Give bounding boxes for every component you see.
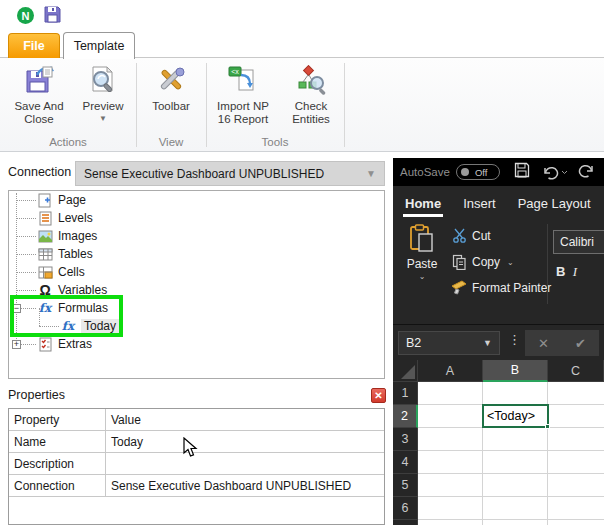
save-and-close-label: Save And Close (14, 100, 63, 126)
page-icon (37, 193, 53, 208)
ribbon: Save And Close Preview ▼ Toolbar <x Impo… (0, 57, 604, 152)
column-header-c[interactable]: C (548, 360, 604, 382)
formula-bar: B2 ▼ ⋮ ✕ ✔ (393, 324, 604, 360)
row-header-3[interactable]: 3 (393, 428, 418, 451)
copy-button[interactable]: Copy ⌄ (451, 254, 514, 270)
import-np16-button[interactable]: <x Import NP 16 Report (210, 62, 276, 126)
import-np16-icon: <x (227, 62, 259, 98)
table-row-connection[interactable]: Connection Sense Executive Dashboard UNP… (9, 475, 384, 497)
tree-item-levels[interactable]: Levels (37, 209, 93, 227)
column-header-b[interactable]: B (483, 360, 548, 382)
tree-item-label: Tables (58, 247, 93, 261)
format-painter-icon (451, 280, 467, 295)
tree-item-tables[interactable]: Tables (37, 245, 93, 263)
format-painter-label: Format Painter (472, 281, 551, 295)
row-header-5[interactable]: 5 (393, 474, 418, 497)
svg-text:<x: <x (231, 68, 239, 75)
enter-icon[interactable]: ✔ (575, 336, 586, 351)
undo-icon[interactable] (542, 165, 568, 180)
tree-item-label: Extras (58, 337, 92, 351)
copy-dropdown-icon[interactable]: ⌄ (507, 258, 514, 267)
row-header-6[interactable]: 6 (393, 497, 418, 520)
save-and-close-button[interactable]: Save And Close (8, 62, 70, 126)
worksheet: A B C 1 2 3 4 5 6 7 <Today> (393, 360, 604, 525)
excel-window: AutoSave Off Home Insert Page Layout (393, 158, 604, 525)
tree-item-variables[interactable]: Ω Variables (37, 281, 107, 299)
tree-item-formulas[interactable]: fx Formulas (37, 299, 108, 317)
connection-label: Connection (8, 165, 71, 179)
cancel-icon[interactable]: ✕ (538, 336, 549, 351)
check-entities-icon (296, 62, 326, 98)
formula-buttons: ✕ ✔ (525, 330, 599, 356)
mouse-cursor-icon (183, 437, 198, 462)
tree-item-images[interactable]: Images (37, 227, 97, 245)
connection-dropdown[interactable]: Sense Executive Dashboard UNPUBLISHED ▼ (75, 161, 385, 186)
tab-file[interactable]: File (8, 33, 60, 58)
toolbar-button[interactable]: Toolbar (142, 62, 200, 113)
tree-item-label-selected: Today (81, 319, 119, 333)
cut-button[interactable]: Cut (451, 228, 491, 243)
copy-label: Copy (472, 255, 500, 269)
preview-button[interactable]: Preview ▼ (74, 62, 132, 123)
check-entities-button[interactable]: Check Entities (280, 62, 342, 126)
select-all-corner[interactable] (393, 360, 418, 382)
tree-item-page[interactable]: Page (37, 191, 86, 209)
properties-header-row: Property Value (9, 409, 384, 431)
cells-icon (37, 265, 53, 280)
copy-icon (451, 254, 467, 270)
toolbar-label: Toolbar (152, 100, 190, 113)
namebox-dropdown-icon[interactable]: ▼ (483, 338, 492, 348)
ribbon-separator (206, 63, 207, 147)
paste-button[interactable]: Paste ⌄ (401, 224, 443, 281)
column-header-a[interactable]: A (418, 360, 483, 382)
autosave-toggle[interactable]: Off (456, 164, 500, 180)
bold-button[interactable]: B (556, 264, 565, 279)
tree-item-today[interactable]: fx Today (60, 317, 119, 335)
tab-home[interactable]: Home (405, 186, 441, 220)
column-header-property: Property (9, 409, 106, 430)
row-header-2[interactable]: 2 (393, 405, 418, 428)
ribbon-separator (344, 63, 345, 147)
font-style-buttons: B I (556, 264, 577, 280)
nprinting-logo-icon: N (17, 7, 34, 24)
more-options-icon[interactable]: ⋮ (508, 332, 521, 347)
excel-titlebar: AutoSave Off (393, 158, 604, 186)
images-icon (37, 229, 53, 244)
tab-page-layout[interactable]: Page Layout (518, 186, 591, 220)
font-name-box[interactable]: Calibri (553, 230, 604, 254)
fill-handle[interactable] (545, 424, 550, 429)
ribbon-tabstrip: File Template (0, 32, 604, 58)
quick-save-icon[interactable] (44, 6, 61, 27)
preview-label: Preview (83, 100, 124, 113)
property-value: Sense Executive Dashboard UNPUBLISHED (106, 475, 384, 496)
property-name: Description (9, 453, 106, 474)
tab-template[interactable]: Template (63, 32, 135, 59)
property-name: Name (9, 431, 106, 452)
close-icon[interactable]: ✕ (371, 388, 386, 403)
paste-dropdown-icon[interactable]: ⌄ (419, 272, 426, 281)
name-box[interactable]: B2 ▼ (398, 331, 500, 355)
tree-item-label: Formulas (58, 301, 108, 315)
tree-item-extras[interactable]: Extras (37, 335, 92, 353)
active-cell-b2[interactable]: <Today> (482, 404, 549, 428)
app-window: N File Template Save And Close Preview ▼… (0, 0, 604, 525)
excel-ribbon: Paste ⌄ Cut Copy ⌄ Format Paint (393, 220, 604, 308)
italic-button[interactable]: I (573, 264, 577, 279)
preview-dropdown-icon[interactable]: ▼ (99, 114, 107, 123)
tree-item-cells[interactable]: Cells (37, 263, 85, 281)
row-header-7[interactable]: 7 (393, 520, 418, 525)
redo-icon[interactable] (578, 163, 595, 182)
excel-ribbon-tabs: Home Insert Page Layout (393, 186, 604, 220)
expand-plus-icon[interactable]: + (12, 340, 21, 349)
collapse-minus-icon[interactable]: − (12, 304, 21, 313)
save-icon[interactable] (514, 162, 530, 182)
column-header-value: Value (106, 409, 384, 430)
tab-insert[interactable]: Insert (463, 186, 496, 220)
row-header-4[interactable]: 4 (393, 451, 418, 474)
row-header-1[interactable]: 1 (393, 382, 418, 405)
format-painter-button[interactable]: Format Painter (451, 280, 551, 295)
ribbon-separator (136, 63, 137, 147)
check-entities-label: Check Entities (292, 100, 330, 126)
variables-icon: Ω (37, 283, 53, 298)
name-box-value: B2 (406, 336, 421, 350)
